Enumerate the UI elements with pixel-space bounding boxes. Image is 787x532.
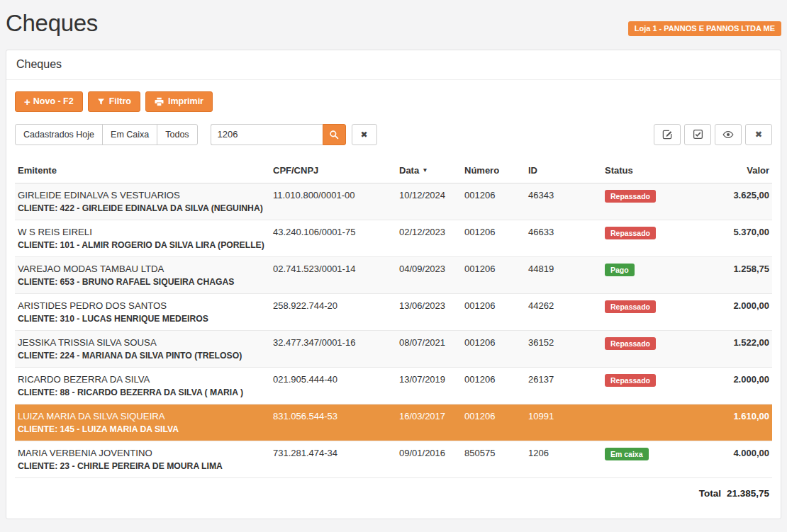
col-header-valor[interactable]: Valor xyxy=(686,159,772,183)
row-valor: 4.000,00 xyxy=(686,441,772,477)
row-valor: 1.522,00 xyxy=(686,330,772,367)
col-header-numero[interactable]: Número xyxy=(462,159,525,183)
panel-body: + Novo - F2 Filtro Imprimir xyxy=(6,80,781,519)
row-emitente: VAREJAO MODAS TAMBAU LTDA xyxy=(18,262,267,276)
row-numero: 001206 xyxy=(462,404,525,441)
row-emitente: W S REIS EIRELI xyxy=(18,225,267,239)
col-header-data[interactable]: Data▼ xyxy=(396,159,462,183)
row-data: 10/12/2024 xyxy=(396,183,462,220)
sort-desc-icon: ▼ xyxy=(422,166,428,174)
status-badge: Repassado xyxy=(605,300,656,314)
row-valor: 1.258,75 xyxy=(686,256,772,293)
row-data: 13/07/2019 xyxy=(396,367,462,404)
col-header-status[interactable]: Status xyxy=(602,159,686,183)
new-button[interactable]: + Novo - F2 xyxy=(15,91,83,112)
table-row[interactable]: MARIA VERBENIA JOVENTINO CLIENTE: 23 - C… xyxy=(15,441,772,477)
search-icon xyxy=(329,130,339,140)
row-cliente: CLIENTE: 101 - ALMIR ROGERIO DA SILVA LI… xyxy=(18,239,267,252)
panel-title: Cheques xyxy=(6,50,781,80)
page-header: Cheques Loja 1 - PANNOS E PANNOS LTDA ME xyxy=(0,0,787,37)
row-numero: 001206 xyxy=(462,256,525,293)
row-cpf-cnpj: 258.922.744-20 xyxy=(270,293,396,330)
row-id: 36152 xyxy=(525,330,602,367)
search-input[interactable] xyxy=(211,124,323,145)
table-row[interactable]: W S REIS EIRELI CLIENTE: 101 - ALMIR ROG… xyxy=(15,220,772,256)
row-id: 46633 xyxy=(525,220,602,256)
print-button-label: Imprimir xyxy=(168,96,203,106)
total-label: Total xyxy=(699,488,721,499)
filter-button-label: Filtro xyxy=(109,96,131,106)
total-value: 21.385,75 xyxy=(727,488,769,499)
row-valor: 1.610,00 xyxy=(686,404,772,441)
row-cliente: CLIENTE: 23 - CHIRLE PEREIRA DE MOURA LI… xyxy=(18,460,267,473)
row-numero: 001206 xyxy=(462,183,525,220)
table-row[interactable]: RICARDO BEZERRA DA SILVA CLIENTE: 88 - R… xyxy=(15,367,772,404)
row-cliente: CLIENTE: 422 - GIRLEIDE EDINALVA DA SILV… xyxy=(18,202,267,215)
table-body: GIRLEIDE EDINALVA S VESTUARIOS CLIENTE: … xyxy=(15,183,772,477)
col-header-emitente[interactable]: Emitente xyxy=(15,159,270,183)
edit-button[interactable] xyxy=(654,124,681,145)
table-row[interactable]: JESSIKA TRISSIA SILVA SOUSA CLIENTE: 224… xyxy=(15,330,772,367)
row-cpf-cnpj: 02.741.523/0001-14 xyxy=(270,256,396,293)
row-data: 02/12/2023 xyxy=(396,220,462,256)
row-cliente: CLIENTE: 145 - LUIZA MARIA DA SILVA xyxy=(18,423,267,436)
new-button-label: Novo - F2 xyxy=(33,96,74,106)
table-row[interactable]: GIRLEIDE EDINALVA S VESTUARIOS CLIENTE: … xyxy=(15,183,772,220)
col-header-cpf-cnpj[interactable]: CPF/CNPJ xyxy=(270,159,396,183)
row-cpf-cnpj: 43.240.106/0001-75 xyxy=(270,220,396,256)
row-cliente: CLIENTE: 88 - RICARDO BEZERRA DA SILVA (… xyxy=(18,386,267,400)
table-row[interactable]: VAREJAO MODAS TAMBAU LTDA CLIENTE: 653 -… xyxy=(15,256,772,293)
row-cpf-cnpj: 11.010.800/0001-00 xyxy=(270,183,396,220)
x-icon: ✖ xyxy=(361,130,368,140)
row-numero: 001206 xyxy=(462,330,525,367)
select-button[interactable] xyxy=(684,124,711,145)
col-header-data-label: Data xyxy=(399,165,419,176)
row-numero: 001206 xyxy=(462,367,525,404)
row-id: 26137 xyxy=(525,367,602,404)
filter-tab-cadastrados-hoje[interactable]: Cadastrados Hoje xyxy=(15,124,103,145)
row-cliente: CLIENTE: 310 - LUCAS HENRIQUE MEDEIROS xyxy=(18,312,267,326)
row-emitente: MARIA VERBENIA JOVENTINO xyxy=(18,446,267,460)
row-data: 09/01/2016 xyxy=(396,441,462,477)
row-id: 46343 xyxy=(525,183,602,220)
search-group xyxy=(211,124,346,145)
row-id: 44262 xyxy=(525,293,602,330)
search-button[interactable] xyxy=(323,124,346,145)
funnel-icon xyxy=(97,98,105,106)
row-cliente: CLIENTE: 224 - MARIANA DA SILVA PINTO (T… xyxy=(18,349,267,363)
pencil-square-icon xyxy=(662,129,673,140)
row-valor: 3.625,00 xyxy=(686,183,772,220)
plus-icon: + xyxy=(24,96,30,107)
row-cpf-cnpj: 32.477.347/0001-16 xyxy=(270,330,396,367)
row-emitente: ARISTIDES PEDRO DOS SANTOS xyxy=(18,299,267,312)
filter-tab-todos[interactable]: Todos xyxy=(157,124,197,145)
check-square-icon xyxy=(693,129,703,140)
col-header-id[interactable]: ID xyxy=(525,159,602,183)
cheques-panel: Cheques + Novo - F2 Filtro xyxy=(6,50,781,519)
row-action-buttons: ✖ xyxy=(654,124,772,145)
table-row[interactable]: ARISTIDES PEDRO DOS SANTOS CLIENTE: 310 … xyxy=(15,293,772,330)
print-button[interactable]: Imprimir xyxy=(145,91,213,112)
row-id: 44819 xyxy=(525,256,602,293)
row-data: 13/06/2023 xyxy=(396,293,462,330)
status-badge: Pago xyxy=(605,264,635,277)
clear-search-button[interactable]: ✖ xyxy=(352,124,377,145)
toolbar: + Novo - F2 Filtro Imprimir xyxy=(15,91,772,112)
row-numero: 001206 xyxy=(462,220,525,256)
row-cpf-cnpj: 731.281.474-34 xyxy=(270,441,396,477)
row-valor: 2.000,00 xyxy=(686,293,772,330)
total-row: Total21.385,75 xyxy=(15,478,772,499)
table-row[interactable]: LUIZA MARIA DA SILVA SIQUEIRA CLIENTE: 1… xyxy=(15,404,772,441)
filter-row: Cadastrados Hoje Em Caixa Todos ✖ xyxy=(15,124,772,145)
row-data: 04/09/2023 xyxy=(396,256,462,293)
printer-icon xyxy=(155,97,164,106)
cheques-table: Emitente CPF/CNPJ Data▼ Número ID Status… xyxy=(15,159,772,478)
status-badge: Em caixa xyxy=(605,448,649,461)
row-data: 08/07/2021 xyxy=(396,330,462,367)
remove-button[interactable]: ✖ xyxy=(745,124,772,145)
view-button[interactable] xyxy=(715,124,742,145)
row-emitente: RICARDO BEZERRA DA SILVA xyxy=(18,373,267,386)
x-icon: ✖ xyxy=(755,129,762,140)
filter-button[interactable]: Filtro xyxy=(88,91,140,112)
filter-tab-em-caixa[interactable]: Em Caixa xyxy=(102,124,157,145)
